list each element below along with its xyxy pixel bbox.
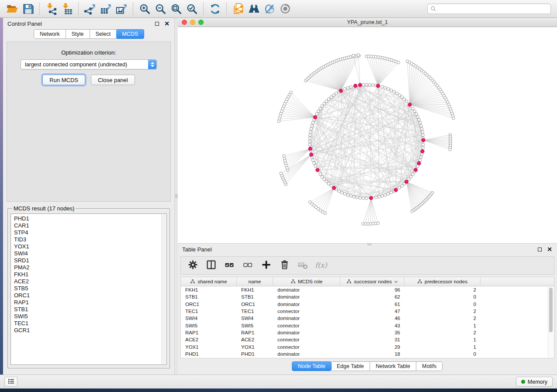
deselect-all-rows-button[interactable] <box>242 259 254 272</box>
network-node[interactable] <box>290 91 293 94</box>
mcds-node[interactable] <box>376 84 380 88</box>
mcds-result-item[interactable]: SWI4 <box>14 250 166 257</box>
network-node[interactable] <box>319 107 322 110</box>
mcds-node[interactable] <box>316 168 319 172</box>
network-node[interactable] <box>346 193 349 196</box>
mcds-node[interactable] <box>422 138 425 142</box>
network-node[interactable] <box>422 134 425 137</box>
network-node[interactable] <box>353 195 356 198</box>
mcds-result-item[interactable]: GCR1 <box>14 327 166 334</box>
table-tab-network-table[interactable]: Network Table <box>370 361 416 371</box>
zoom-out-button[interactable] <box>152 1 168 16</box>
add-column-button[interactable] <box>260 259 272 272</box>
mcds-result-list[interactable]: PHD1CAR1STP4TID3YOX1SWI4SRD1PMA2FKH1ACE2… <box>10 213 167 365</box>
network-node[interactable] <box>368 83 371 86</box>
network-node[interactable] <box>327 182 330 186</box>
mcds-result-item[interactable]: PHD1 <box>14 215 166 222</box>
network-node[interactable] <box>283 155 286 158</box>
network-node[interactable] <box>314 165 317 168</box>
tab-select[interactable]: Select <box>90 29 117 39</box>
network-node[interactable] <box>412 107 415 110</box>
horizontal-splitter-grip[interactable] <box>367 243 371 245</box>
table-tab-motifs[interactable]: Motifs <box>416 361 443 371</box>
table-tab-node-table[interactable]: Node Table <box>292 361 332 371</box>
network-node[interactable] <box>311 124 314 127</box>
tab-network[interactable]: Network <box>34 29 66 39</box>
network-node[interactable] <box>384 193 387 196</box>
table-row[interactable]: ORC1ORC1dominator610 <box>181 301 554 308</box>
network-node[interactable] <box>418 118 421 121</box>
network-node[interactable] <box>330 184 333 187</box>
network-node[interactable] <box>395 92 398 95</box>
network-node[interactable] <box>346 86 349 89</box>
network-node[interactable] <box>321 175 324 179</box>
memory-button[interactable]: Memory <box>516 377 553 387</box>
network-node[interactable] <box>311 159 315 162</box>
network-node[interactable] <box>412 173 415 176</box>
table-row[interactable]: STB1STB1dominator620 <box>181 293 554 300</box>
network-node[interactable] <box>397 61 400 64</box>
network-node[interactable] <box>393 90 396 93</box>
zoom-fit-button[interactable] <box>168 1 184 16</box>
mcds-node[interactable] <box>421 149 424 153</box>
table-row[interactable]: YOX1YOX1connector291 <box>181 343 554 350</box>
select-all-rows-button[interactable] <box>223 259 235 272</box>
network-node[interactable] <box>362 83 365 86</box>
table-panel-close-button[interactable]: ✕ <box>547 246 553 252</box>
mcds-node[interactable] <box>414 168 417 172</box>
table-settings-button[interactable] <box>187 259 199 272</box>
network-canvas[interactable] <box>178 27 557 243</box>
network-node[interactable] <box>405 100 408 103</box>
view-mode-button[interactable] <box>277 1 293 16</box>
network-node[interactable] <box>308 140 311 143</box>
network-node[interactable] <box>335 92 338 95</box>
column-header-successor-nodes[interactable]: successor nodes <box>340 277 405 286</box>
mcds-node[interactable] <box>358 83 362 87</box>
run-mcds-button[interactable]: Run MCDS <box>42 75 85 85</box>
mcds-node[interactable] <box>369 196 373 199</box>
mcds-node[interactable] <box>353 84 357 87</box>
network-node[interactable] <box>419 121 422 124</box>
network-node[interactable] <box>387 193 390 196</box>
mcds-result-item[interactable]: STB5 <box>14 285 166 292</box>
network-node[interactable] <box>419 159 422 162</box>
mcds-node[interactable] <box>405 180 408 183</box>
network-node[interactable] <box>387 88 390 91</box>
mcds-result-item[interactable]: STP4 <box>14 229 166 236</box>
mcds-node[interactable] <box>339 89 343 93</box>
network-node[interactable] <box>401 96 404 99</box>
network-node[interactable] <box>413 110 416 113</box>
refresh-network-button[interactable] <box>207 1 223 16</box>
import-network-button[interactable] <box>43 1 59 16</box>
network-node[interactable] <box>362 223 365 226</box>
network-node[interactable] <box>421 131 424 134</box>
mcds-result-item[interactable]: YOX1 <box>14 243 166 250</box>
network-node[interactable] <box>415 113 418 116</box>
network-node[interactable] <box>308 137 311 140</box>
network-node[interactable] <box>375 196 378 199</box>
mcds-result-item[interactable]: SRD1 <box>14 257 166 264</box>
open-session-button[interactable] <box>4 1 20 16</box>
function-builder-button[interactable]: f(x) <box>315 259 327 272</box>
table-panel-float-button[interactable] <box>536 246 543 252</box>
network-node[interactable] <box>352 54 355 57</box>
table-row[interactable]: ACE2ACE2connector311 <box>181 336 554 343</box>
column-header-shared-name[interactable]: shared name <box>181 277 237 286</box>
table-row[interactable]: FKH1FKH1dominator962 <box>181 286 554 293</box>
mcds-result-item[interactable]: RAP1 <box>14 299 166 306</box>
column-header-mcds-role[interactable]: MCDS role <box>273 277 340 286</box>
network-node[interactable] <box>371 84 374 87</box>
network-node[interactable] <box>408 178 411 181</box>
mcds-node[interactable] <box>394 188 398 192</box>
network-node[interactable] <box>381 195 384 198</box>
mcds-list-scrollbar[interactable] <box>161 214 166 364</box>
network-node[interactable] <box>357 54 360 57</box>
close-panel-button[interactable]: Close panel <box>91 75 135 85</box>
mcds-result-item[interactable]: SWI5 <box>14 313 166 320</box>
network-node[interactable] <box>398 94 401 97</box>
network-node[interactable] <box>398 186 401 189</box>
network-node[interactable] <box>310 127 313 131</box>
export-network-button[interactable] <box>82 1 98 16</box>
network-node[interactable] <box>365 83 368 86</box>
network-node[interactable] <box>356 196 359 199</box>
